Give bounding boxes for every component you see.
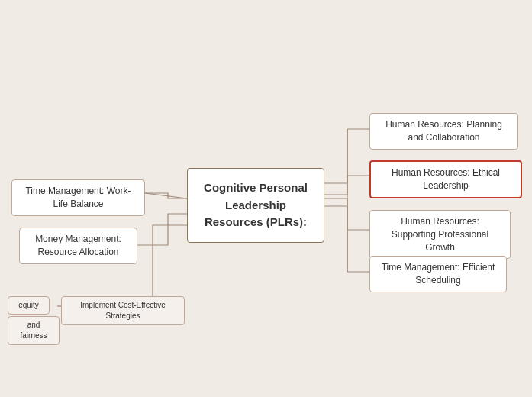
hr-planning-label: Human Resources: Planning and Collaborat… bbox=[385, 119, 502, 143]
hr-supporting-label: Human Resources: Supporting Professional… bbox=[392, 216, 488, 253]
central-label: Cognitive Personal Leadership Resources … bbox=[204, 181, 308, 228]
fairness-label: and fairness bbox=[20, 321, 47, 340]
svg-line-0 bbox=[145, 193, 187, 198]
hr-supporting-node: Human Resources: Supporting Professional… bbox=[369, 210, 511, 259]
fairness-node: and fairness bbox=[8, 316, 60, 345]
implement-node: Implement Cost-Effective Strategies bbox=[61, 296, 185, 325]
implement-label: Implement Cost-Effective Strategies bbox=[80, 301, 166, 320]
hr-ethical-label: Human Resources: Ethical Leadership bbox=[392, 167, 500, 191]
time-mgmt-wlb-node: Time Management: Work-Life Balance bbox=[11, 179, 145, 216]
hr-planning-node: Human Resources: Planning and Collaborat… bbox=[369, 113, 518, 150]
time-mgmt-wlb-label: Time Management: Work-Life Balance bbox=[25, 186, 131, 209]
equity-label: equity bbox=[18, 301, 39, 309]
money-mgmt-node: Money Management: Resource Allocation bbox=[19, 228, 137, 264]
equity-node: equity bbox=[8, 296, 50, 315]
hr-ethical-node: Human Resources: Ethical Leadership bbox=[369, 160, 522, 198]
central-node: Cognitive Personal Leadership Resources … bbox=[187, 168, 324, 243]
time-mgmt-es-node: Time Management: Efficient Scheduling bbox=[369, 256, 507, 292]
money-mgmt-label: Money Management: Resource Allocation bbox=[35, 234, 121, 257]
time-mgmt-es-label: Time Management: Efficient Scheduling bbox=[382, 262, 495, 286]
